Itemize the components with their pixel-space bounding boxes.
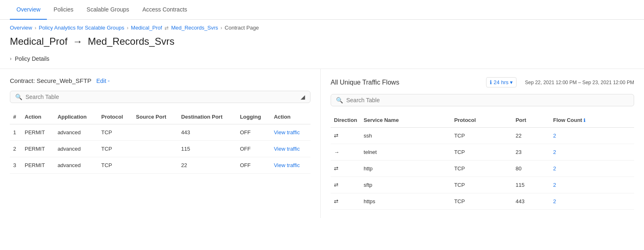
edit-icon: ▫ [108, 78, 109, 84]
right-panel-title: All Unique Traffic Flows [331, 79, 481, 86]
nav-tab-scalable-groups[interactable]: Scalable Groups [80, 0, 136, 20]
table-cell: TCP [451, 161, 512, 177]
flow-count-link[interactable]: 2 [550, 193, 634, 210]
flow-count-info-icon[interactable]: ℹ [584, 118, 585, 123]
page-title: Medical_Prof → Med_Records_Svrs [0, 34, 644, 52]
source-group: Medical_Prof [10, 36, 67, 47]
right-col-header: Protocol [451, 113, 512, 128]
right-col-header: Direction [331, 113, 360, 128]
breadcrumb-sep: ⇄ [164, 25, 169, 31]
table-row: ⇄httpTCP802 [331, 161, 634, 177]
table-cell: telnet [360, 144, 451, 161]
main-content: Contract: Secure_Web_SFTP Edit ▫ 🔍 ◢ #Ac… [0, 69, 644, 218]
table-cell: TCP [98, 157, 132, 174]
chevron-down-icon: ▾ [510, 79, 513, 85]
flow-count-link[interactable]: 2 [550, 177, 634, 193]
table-cell: 80 [512, 161, 550, 177]
nav-tab-access-contracts[interactable]: Access Contracts [136, 0, 194, 20]
right-search-bar: 🔍 [331, 94, 634, 106]
filter-icon[interactable]: ◢ [301, 94, 305, 100]
table-cell: OFF [236, 157, 271, 174]
table-cell: 115 [512, 177, 550, 193]
breadcrumb-sep: › [35, 25, 36, 31]
table-cell: advanced [54, 157, 98, 174]
table-cell: PERMIT [21, 141, 54, 157]
table-cell: TCP [451, 144, 512, 161]
view-traffic-link[interactable]: View traffic [271, 157, 310, 174]
right-panel: All Unique Traffic Flows ℹ 24 hrs ▾ Sep … [321, 69, 644, 218]
contract-header: Contract: Secure_Web_SFTP Edit ▫ [10, 77, 310, 84]
view-traffic-link[interactable]: View traffic [271, 141, 310, 157]
table-cell: 3 [10, 157, 21, 174]
table-cell: ssh [360, 128, 451, 144]
right-col-header: Service Name [360, 113, 451, 128]
breadcrumb-item-2[interactable]: Medical_Prof [131, 25, 162, 31]
dest-group: Med_Records_Svrs [88, 36, 174, 47]
table-cell: 2 [10, 141, 21, 157]
top-nav: OverviewPoliciesScalable GroupsAccess Co… [0, 0, 644, 20]
right-col-header: Flow Count ℹ [550, 113, 634, 128]
policy-details-toggle[interactable]: › Policy Details [0, 52, 644, 69]
nav-tab-overview[interactable]: Overview [10, 0, 47, 20]
table-cell: advanced [54, 141, 98, 157]
table-row: ⇄sshTCP222 [331, 128, 634, 144]
right-col-header: Port [512, 113, 550, 128]
right-table-body: ⇄sshTCP222→telnetTCP232⇄httpTCP802⇄sftpT… [331, 128, 634, 210]
table-cell: 1 [10, 124, 21, 141]
table-cell: TCP [98, 124, 132, 141]
policy-details-label: Policy Details [15, 55, 49, 62]
right-search-icon: 🔍 [336, 97, 343, 103]
breadcrumb-sep: › [220, 25, 222, 31]
table-cell: 115 [178, 141, 237, 157]
flow-count-link[interactable]: 2 [550, 144, 634, 161]
left-col-header: Action [21, 110, 54, 124]
direction-cell: ⇄ [331, 128, 360, 144]
breadcrumb-item-0[interactable]: Overview [10, 25, 32, 31]
left-col-header: Application [54, 110, 98, 124]
table-cell: advanced [54, 124, 98, 141]
table-row: 3PERMITadvancedTCP22OFFView traffic [10, 157, 310, 174]
left-col-header: Logging [236, 110, 271, 124]
left-search-input[interactable] [25, 94, 301, 100]
table-cell [133, 157, 178, 174]
table-cell: PERMIT [21, 157, 54, 174]
left-col-header: Protocol [98, 110, 132, 124]
table-cell: 22 [178, 157, 237, 174]
table-row: 2PERMITadvancedTCP115OFFView traffic [10, 141, 310, 157]
breadcrumb-item-1[interactable]: Policy Analytics for Scalable Groups [39, 25, 124, 31]
table-cell: 443 [512, 193, 550, 210]
nav-tab-policies[interactable]: Policies [47, 0, 80, 20]
edit-button[interactable]: Edit ▫ [96, 78, 109, 84]
direction-cell: → [331, 144, 360, 161]
left-col-header: # [10, 110, 21, 124]
left-table: #ActionApplicationProtocolSource PortDes… [10, 110, 310, 174]
table-row: 1PERMITadvancedTCP443OFFView traffic [10, 124, 310, 141]
left-table-header: #ActionApplicationProtocolSource PortDes… [10, 110, 310, 124]
table-row: ⇄httpsTCP4432 [331, 193, 634, 210]
table-row: →telnetTCP232 [331, 144, 634, 161]
table-cell: PERMIT [21, 124, 54, 141]
left-col-header: Action [271, 110, 310, 124]
left-col-header: Destination Port [178, 110, 237, 124]
direction-cell: ⇄ [331, 177, 360, 193]
flow-count-link[interactable]: 2 [550, 161, 634, 177]
right-table-header: DirectionService NameProtocolPortFlow Co… [331, 113, 634, 128]
contract-title: Contract: Secure_Web_SFTP [10, 77, 91, 84]
table-cell: http [360, 161, 451, 177]
table-cell [133, 141, 178, 157]
view-traffic-link[interactable]: View traffic [271, 124, 310, 141]
breadcrumb-item-4: Contract Page [225, 25, 259, 31]
right-table: DirectionService NameProtocolPortFlow Co… [331, 113, 634, 210]
table-cell: TCP [451, 128, 512, 144]
table-row: ⇄sftpTCP1152 [331, 177, 634, 193]
title-arrow: → [73, 36, 83, 47]
table-cell: OFF [236, 124, 271, 141]
left-search-bar: 🔍 ◢ [10, 91, 310, 103]
table-cell: TCP [98, 141, 132, 157]
breadcrumb-item-3[interactable]: Med_Records_Svrs [171, 25, 218, 31]
breadcrumb: Overview › Policy Analytics for Scalable… [0, 20, 644, 34]
time-selector[interactable]: ℹ 24 hrs ▾ [486, 77, 517, 87]
flow-count-link[interactable]: 2 [550, 128, 634, 144]
right-search-input[interactable] [346, 97, 629, 103]
left-table-body: 1PERMITadvancedTCP443OFFView traffic2PER… [10, 124, 310, 174]
